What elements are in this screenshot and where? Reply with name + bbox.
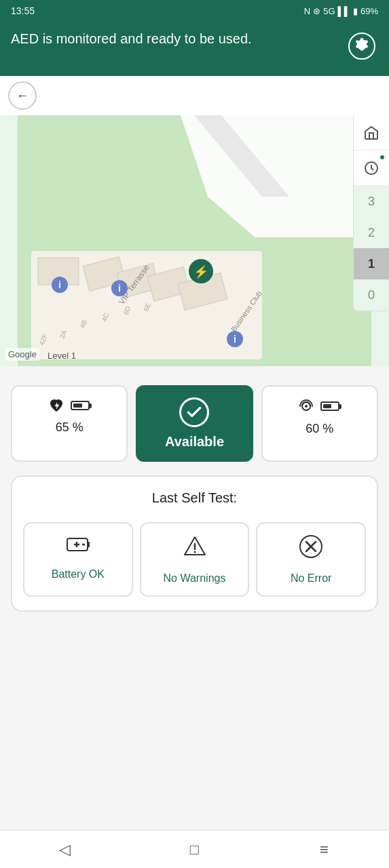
zoom-level-3[interactable]: 3 (354, 186, 389, 217)
svg-rect-30 (88, 542, 90, 547)
settings-button[interactable] (346, 30, 378, 62)
warning-icon (183, 534, 207, 564)
battery-percentage: 65 % (56, 420, 84, 435)
nav-home-icon: □ (190, 841, 199, 859)
bluetooth-icon: ⊛ (313, 6, 320, 16)
map-history-button[interactable] (354, 151, 389, 186)
self-test-section: Last Self Test: Battery OK (11, 475, 378, 612)
signal-bars-icon: ▌▌ (338, 6, 350, 16)
back-icon: ← (16, 89, 29, 103)
no-warnings-label: No Warnings (164, 572, 226, 585)
battery-icon-stat (71, 401, 92, 410)
zoom-level-2[interactable]: 2 (354, 217, 389, 248)
network-icon: N (304, 6, 310, 16)
available-stat-card[interactable]: Available (136, 385, 253, 462)
header-title: AED is monitored and ready to be used. (11, 30, 346, 47)
stats-row: 65 % Available (0, 372, 389, 475)
checkmark-icon (185, 403, 203, 421)
battery-percent: 69% (360, 6, 378, 16)
status-bar: 13:55 N ⊛ 5G ▌▌ ▮ 69% (0, 0, 389, 22)
back-button-row: ← (0, 76, 389, 115)
nav-menu-button[interactable]: ≡ (304, 836, 345, 863)
bottom-nav: ◁ □ ≡ (0, 830, 389, 868)
battery-icon-signal (320, 401, 341, 411)
google-label: Google (5, 348, 39, 361)
svg-text:i: i (58, 279, 61, 290)
signal-stat-icons (297, 397, 341, 415)
level-label: Level 1 (48, 351, 76, 361)
svg-point-35 (193, 551, 196, 553)
fiveg-icon: 5G (323, 6, 335, 16)
nav-menu-icon: ≡ (320, 841, 329, 859)
zoom-level-1[interactable]: 1 (354, 248, 389, 279)
nav-back-icon: ◁ (59, 841, 71, 859)
zoom-level-0[interactable]: 0 (354, 279, 389, 311)
signal-icon (297, 397, 315, 415)
status-icons: N ⊛ 5G ▌▌ ▮ 69% (304, 6, 378, 16)
battery-ok-card[interactable]: Battery OK (23, 522, 133, 597)
heart-bolt-icon (48, 397, 65, 414)
signal-percentage: 60 % (305, 422, 333, 436)
back-button[interactable]: ← (8, 81, 37, 110)
svg-text:i: i (234, 334, 236, 344)
no-error-card[interactable]: No Error (256, 522, 366, 597)
check-icon (179, 397, 209, 427)
header: AED is monitored and ready to be used. (0, 22, 389, 76)
battery-stat-icons (48, 397, 92, 414)
status-time: 13:55 (11, 5, 35, 16)
self-test-cards: Battery OK No Warnings (23, 522, 366, 597)
nav-home-button[interactable]: □ (174, 836, 215, 863)
svg-text:⚡: ⚡ (193, 264, 209, 279)
no-error-icon (299, 534, 323, 564)
battery-ok-label: Battery OK (52, 568, 105, 580)
svg-point-28 (305, 405, 308, 408)
battery-ok-icon (66, 534, 90, 559)
page-content: 13:55 N ⊛ 5G ▌▌ ▮ 69% AED is monitored a… (0, 0, 389, 673)
battery-status-icon: ▮ (353, 6, 358, 16)
signal-stat-card[interactable]: 60 % (261, 385, 378, 462)
map-container: VIP Terrasse Business Club i i i ⚡ 42F 2… (0, 115, 389, 366)
battery-stat-card[interactable]: 65 % (11, 385, 128, 462)
svg-text:i: i (118, 283, 121, 294)
self-test-title: Last Self Test: (23, 490, 366, 506)
map-home-button[interactable] (354, 115, 389, 151)
no-warnings-card[interactable]: No Warnings (140, 522, 250, 597)
available-label: Available (165, 434, 224, 450)
nav-back-button[interactable]: ◁ (45, 836, 86, 863)
no-error-label: No Error (291, 572, 331, 585)
